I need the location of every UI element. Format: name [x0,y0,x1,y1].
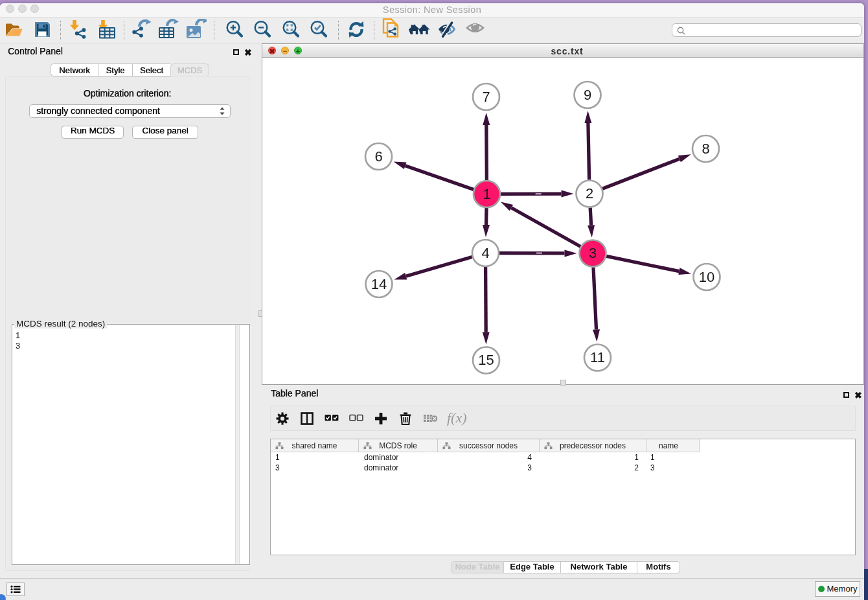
svg-text:3: 3 [589,245,597,261]
svg-text:6: 6 [374,148,382,165]
svg-text:15: 15 [478,352,494,368]
svg-text:10: 10 [699,269,714,285]
svg-text:4: 4 [481,245,489,261]
svg-text:2: 2 [586,185,593,202]
svg-text:7: 7 [482,89,490,105]
svg-text:11: 11 [590,349,605,365]
svg-text:14: 14 [371,276,387,292]
svg-text:1: 1 [483,186,490,202]
svg-text:9: 9 [584,87,591,103]
svg-text:8: 8 [702,141,709,157]
